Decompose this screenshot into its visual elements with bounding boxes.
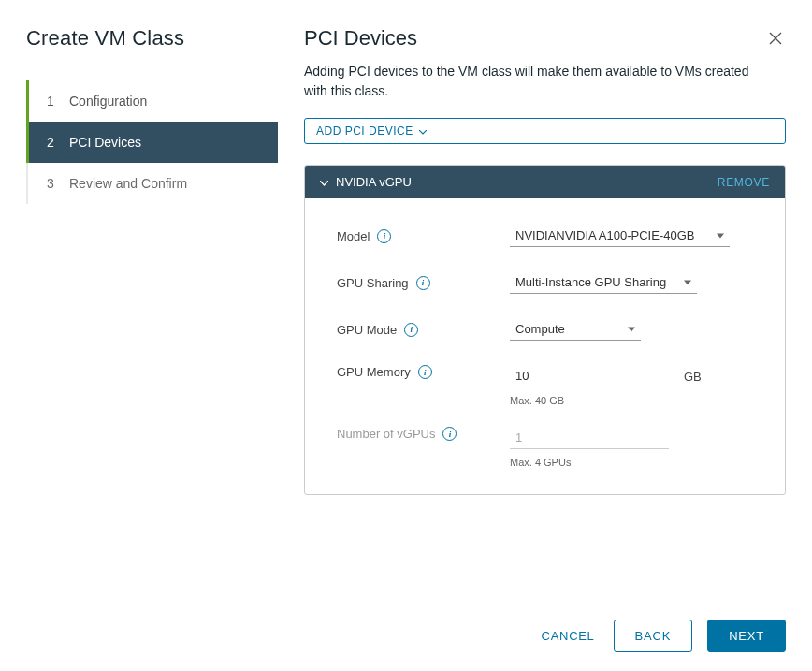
gpu-memory-input[interactable] — [510, 365, 669, 387]
info-icon[interactable]: i — [416, 276, 430, 290]
step-label: Configuration — [69, 94, 147, 109]
remove-device-button[interactable]: REMOVE — [718, 176, 770, 189]
wizard-sidebar: Create VM Class 1 Configuration 2 PCI De… — [0, 0, 278, 671]
step-label: PCI Devices — [69, 135, 141, 150]
gpu-memory-control: GB — [510, 365, 753, 387]
model-select[interactable]: NVIDIANVIDIA A100-PCIE-40GB — [510, 225, 730, 247]
gpu-mode-select[interactable]: Compute — [510, 318, 641, 341]
gpu-sharing-select-wrap: Multi-Instance GPU Sharing — [510, 271, 697, 294]
form-row-model: Model i NVIDIANVIDIA A100-PCIE-40GB — [337, 225, 753, 247]
form-row-gpu-sharing: GPU Sharing i Multi-Instance GPU Sharing — [337, 271, 753, 294]
step-number: 1 — [47, 94, 58, 109]
info-icon[interactable]: i — [418, 365, 432, 379]
gpu-memory-unit: GB — [684, 370, 702, 384]
wizard-title: Create VM Class — [26, 26, 278, 51]
page-title: PCI Devices — [304, 26, 417, 51]
gpu-sharing-select[interactable]: Multi-Instance GPU Sharing — [510, 271, 697, 294]
wizard-steps: 1 Configuration 2 PCI Devices 3 Review a… — [26, 80, 278, 204]
num-vgpus-label-group: Number of vGPUs i — [337, 427, 510, 441]
gpu-sharing-control: Multi-Instance GPU Sharing — [510, 271, 753, 294]
model-control: NVIDIANVIDIA A100-PCIE-40GB — [510, 225, 753, 247]
form-row-gpu-mode: GPU Mode i Compute — [337, 318, 753, 341]
wizard-footer: CANCEL BACK NEXT — [304, 601, 786, 652]
step-number: 3 — [47, 176, 58, 191]
step-number: 2 — [47, 135, 58, 150]
info-icon[interactable]: i — [377, 229, 391, 243]
form-row-num-vgpus: Number of vGPUs i — [337, 427, 753, 449]
gpu-mode-select-wrap: Compute — [510, 318, 641, 341]
close-icon[interactable] — [765, 26, 786, 53]
gpu-sharing-label: GPU Sharing — [337, 276, 409, 290]
form-row-gpu-memory: GPU Memory i GB — [337, 365, 753, 387]
model-label: Model — [337, 229, 370, 243]
num-vgpus-control — [510, 427, 753, 449]
model-select-wrap: NVIDIANVIDIA A100-PCIE-40GB — [510, 225, 730, 247]
device-panel-header[interactable]: NVIDIA vGPU REMOVE — [305, 166, 785, 198]
main-header: PCI Devices — [304, 26, 786, 62]
step-label: Review and Confirm — [69, 176, 187, 191]
info-icon[interactable]: i — [404, 323, 418, 337]
chevron-down-icon — [320, 177, 328, 188]
add-button-label: ADD PCI DEVICE — [316, 124, 413, 138]
gpu-memory-label-group: GPU Memory i — [337, 365, 510, 379]
next-button[interactable]: NEXT — [707, 620, 786, 652]
gpu-memory-label: GPU Memory — [337, 365, 411, 379]
device-panel-body: Model i NVIDIANVIDIA A100-PCIE-40GB GPU … — [305, 198, 785, 494]
step-review-confirm[interactable]: 3 Review and Confirm — [28, 163, 278, 204]
num-vgpus-label: Number of vGPUs — [337, 427, 435, 441]
step-configuration[interactable]: 1 Configuration — [28, 80, 278, 122]
panel-header-left: NVIDIA vGPU — [320, 175, 412, 189]
cancel-button[interactable]: CANCEL — [538, 621, 599, 650]
back-button[interactable]: BACK — [614, 620, 693, 652]
num-vgpus-input — [510, 427, 669, 449]
step-pci-devices[interactable]: 2 PCI Devices — [28, 122, 278, 163]
gpu-memory-help: Max. 40 GB — [510, 395, 753, 406]
info-icon[interactable]: i — [442, 427, 457, 441]
gpu-mode-control: Compute — [510, 318, 753, 341]
page-description: Adding PCI devices to the VM class will … — [304, 62, 753, 101]
num-vgpus-help: Max. 4 GPUs — [510, 457, 753, 468]
device-panel: NVIDIA vGPU REMOVE Model i NVIDIANVIDIA … — [304, 165, 786, 495]
chevron-down-icon — [419, 126, 427, 137]
panel-title: NVIDIA vGPU — [336, 175, 412, 189]
gpu-mode-label-group: GPU Mode i — [337, 323, 510, 337]
add-pci-device-button[interactable]: ADD PCI DEVICE — [304, 118, 786, 144]
main-content: PCI Devices Adding PCI devices to the VM… — [278, 0, 812, 671]
gpu-mode-label: GPU Mode — [337, 323, 397, 337]
gpu-sharing-label-group: GPU Sharing i — [337, 276, 510, 290]
model-label-group: Model i — [337, 229, 510, 243]
